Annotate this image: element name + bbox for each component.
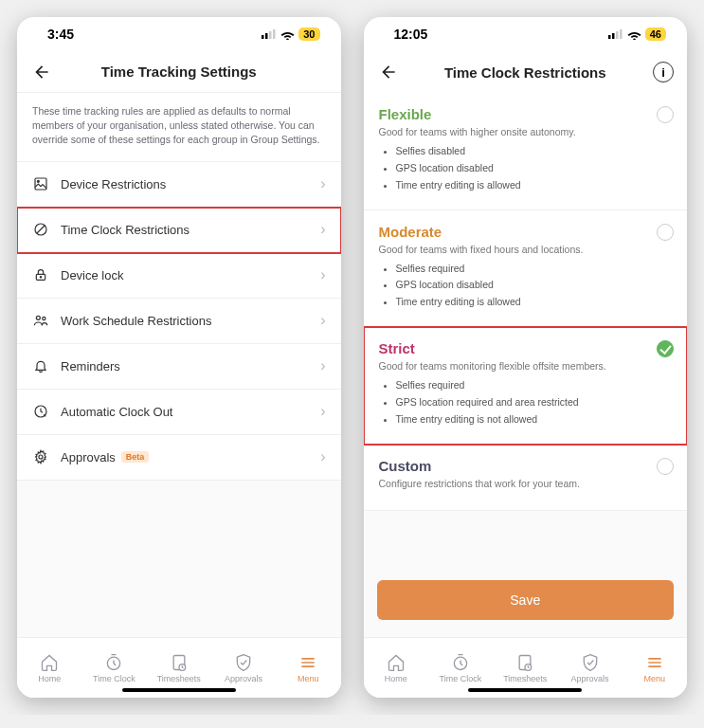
row-label: Work Schedule Restrictions [61, 314, 211, 328]
option-bullet: Selfies required [396, 261, 673, 278]
clock-out-icon [32, 403, 49, 420]
option-subtitle: Good for teams monitoring flexible offsi… [379, 360, 673, 372]
tab-label: Home [38, 674, 61, 683]
battery-level: 46 [645, 27, 666, 41]
option-bullet: Time entry editing is not allowed [396, 411, 673, 428]
tab-label: Time Clock [440, 674, 482, 683]
tab-home[interactable]: Home [17, 638, 81, 698]
wifi-icon [280, 29, 295, 40]
status-time: 3:45 [47, 27, 74, 42]
option-subtitle: Good for teams with fixed hours and loca… [379, 244, 673, 255]
option-title: Flexible [379, 106, 673, 122]
option-bullet: GPS location required and area restricte… [396, 394, 673, 411]
row-label: Approvals [61, 450, 116, 464]
option-bullet: Selfies required [396, 377, 673, 394]
status-time: 12:05 [394, 27, 428, 42]
svg-point-11 [43, 317, 45, 319]
chevron-right-icon: › [320, 175, 325, 192]
status-bar: 3:45 30 [17, 17, 341, 51]
svg-point-10 [36, 316, 40, 319]
svg-rect-20 [608, 35, 611, 39]
restriction-options: Flexible Good for teams with higher onsi… [364, 93, 688, 511]
svg-rect-22 [616, 31, 619, 39]
option-title: Strict [379, 340, 673, 356]
option-flexible[interactable]: Flexible Good for teams with higher onsi… [364, 93, 688, 210]
lock-icon [32, 266, 49, 283]
back-button[interactable] [30, 61, 53, 83]
row-device-lock[interactable]: Device lock › [17, 253, 341, 299]
option-bullet: Time entry editing is allowed [396, 177, 673, 194]
back-button[interactable] [377, 61, 400, 83]
row-reminders[interactable]: Reminders › [17, 344, 341, 390]
radio-checked[interactable] [657, 340, 674, 357]
option-subtitle: Configure restrictions that work for you… [379, 478, 673, 489]
intro-description: These time tracking rules are applied as… [17, 93, 341, 162]
status-bar: 12:05 46 [364, 17, 688, 51]
option-bullet: Selfies disabled [396, 143, 673, 160]
row-label: Time Clock Restrictions [61, 223, 190, 237]
tab-menu[interactable]: Menu [623, 638, 687, 698]
tab-label: Time Clock [93, 674, 135, 683]
cellular-icon [608, 29, 623, 39]
phone-1-settings: 3:45 30 Time Tracking Settings These tim… [17, 17, 341, 698]
device-icon [32, 175, 49, 192]
chevron-right-icon: › [320, 357, 325, 374]
row-automatic-clock-out[interactable]: Automatic Clock Out › [17, 390, 341, 435]
settings-list: Device Restrictions › Time Clock Restric… [17, 162, 341, 481]
info-button[interactable]: i [653, 62, 674, 82]
option-strict[interactable]: Strict Good for teams monitoring flexibl… [364, 327, 688, 445]
svg-point-5 [37, 180, 39, 182]
wifi-icon [627, 29, 641, 40]
tab-label: Approvals [571, 674, 609, 683]
chevron-right-icon: › [320, 403, 325, 420]
svg-rect-21 [612, 33, 615, 39]
home-indicator [468, 688, 582, 692]
option-title: Moderate [379, 224, 673, 240]
tab-label: Home [385, 674, 407, 683]
tab-label: Approvals [225, 674, 262, 683]
svg-point-9 [40, 277, 41, 278]
phone-2-restrictions: 12:05 46 Time Clock Restrictions i Flexi… [364, 17, 688, 698]
battery-level: 30 [298, 27, 319, 41]
row-work-schedule-restrictions[interactable]: Work Schedule Restrictions › [17, 299, 341, 344]
chevron-right-icon: › [320, 266, 325, 283]
row-device-restrictions[interactable]: Device Restrictions › [17, 162, 341, 208]
option-bullet: Time entry editing is allowed [396, 294, 673, 311]
svg-rect-1 [265, 33, 268, 39]
row-approvals[interactable]: Approvals Beta › [17, 435, 341, 481]
team-icon [32, 312, 49, 329]
radio-unchecked[interactable] [657, 224, 674, 241]
tab-menu[interactable]: Menu [276, 638, 340, 698]
tab-label: Menu [644, 674, 666, 683]
option-title: Custom [379, 458, 673, 474]
beta-badge: Beta [121, 451, 150, 463]
save-button[interactable]: Save [377, 580, 675, 620]
svg-rect-23 [620, 29, 623, 39]
page-title: Time Clock Restrictions [364, 64, 688, 81]
tab-label: Timesheets [157, 674, 201, 683]
option-moderate[interactable]: Moderate Good for teams with fixed hours… [364, 210, 688, 328]
svg-rect-0 [262, 35, 264, 39]
option-subtitle: Good for teams with higher onsite autono… [379, 126, 673, 137]
row-label: Reminders [61, 359, 120, 373]
svg-rect-4 [35, 178, 46, 190]
option-bullet: GPS location disabled [396, 160, 673, 177]
row-label: Device Restrictions [61, 177, 166, 191]
radio-unchecked[interactable] [657, 458, 674, 475]
chevron-right-icon: › [320, 312, 325, 329]
tab-home[interactable]: Home [364, 638, 428, 698]
nav-header: Time Tracking Settings [17, 51, 341, 93]
svg-line-7 [37, 226, 45, 233]
radio-unchecked[interactable] [657, 106, 674, 123]
svg-point-13 [39, 455, 43, 459]
home-indicator [122, 688, 236, 692]
chevron-right-icon: › [320, 448, 325, 465]
option-custom[interactable]: Custom Configure restrictions that work … [364, 445, 688, 511]
chevron-right-icon: › [320, 221, 325, 238]
prohibit-icon [32, 221, 49, 238]
svg-rect-2 [269, 31, 272, 39]
tab-label: Timesheets [503, 674, 547, 683]
cellular-icon [262, 29, 277, 39]
row-time-clock-restrictions[interactable]: Time Clock Restrictions › [17, 208, 341, 253]
bell-icon [32, 357, 49, 374]
